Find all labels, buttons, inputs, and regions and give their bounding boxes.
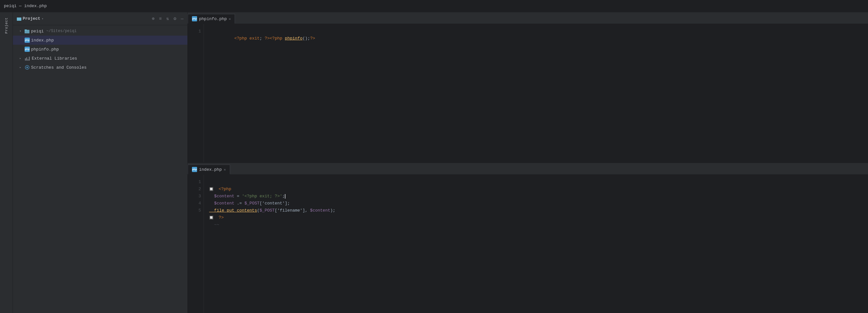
tree-item-scratches[interactable]: ▸ Scratches and Consoles (13, 63, 187, 72)
header-icons: ⊕ ≡ ⇅ ⚙ — (152, 16, 184, 21)
editor-pane-top: php phpinfo.php ✕ 1 <?php exit; ?><?php … (188, 12, 868, 163)
code-exit: exit (250, 36, 259, 41)
line-num-b3: 3 (188, 193, 201, 200)
project-dropdown-arrow[interactable]: ▾ (42, 17, 44, 21)
tab-index-icon: php (192, 167, 197, 172)
project-header: Project ▾ ⊕ ≡ ⇅ ⚙ — (13, 12, 187, 25)
code-content-top[interactable]: <?php exit; ?><?php phpinfo();?> (204, 24, 868, 162)
sort-alt-icon[interactable]: ⇅ (166, 16, 169, 21)
root-path: ~/Sites/peiqi (46, 29, 77, 33)
root-chevron: ▾ (20, 29, 23, 33)
folder-open-icon (25, 29, 30, 34)
project-panel: Project ▾ ⊕ ≡ ⇅ ⚙ — ▾ peiqi ~/Sites/peiq… (13, 12, 188, 313)
folder-icon (17, 17, 21, 21)
tab-phpinfo-icon: php (192, 16, 197, 21)
code-content-bottom[interactable]: 🔲 <?php $content = '<?php exit; ?>'; $co… (204, 175, 868, 313)
code-space2 (282, 36, 285, 41)
title-text: peiqi — index.php (4, 4, 47, 8)
tab-bar-top: php phpinfo.php ✕ (188, 12, 868, 24)
code-editor-top[interactable]: 1 <?php exit; ?><?php phpinfo();?> (188, 24, 868, 162)
phpinfo-label: phpinfo.php (31, 47, 59, 52)
svg-rect-7 (29, 57, 30, 61)
code-editor-bottom[interactable]: 1 2 3 4 5 🔲 <?php $content = '<?php exit… (188, 175, 868, 313)
svg-rect-1 (17, 18, 19, 18)
settings-icon[interactable]: ⚙ (174, 16, 176, 21)
project-title[interactable]: Project ▾ (17, 16, 44, 21)
tab-index[interactable]: php index.php ✕ (188, 165, 230, 174)
editor-area: php phpinfo.php ✕ 1 <?php exit; ?><?php … (188, 12, 868, 313)
scratches-label: Scratches and Consoles (31, 65, 87, 70)
external-libs-label: External Libraries (32, 56, 77, 61)
tree-root[interactable]: ▾ peiqi ~/Sites/peiqi (13, 27, 187, 36)
scratches-icon (25, 65, 30, 70)
root-name: peiqi (31, 29, 44, 34)
tab-bar-bottom: php index.php ✕ (188, 163, 868, 175)
line-num-b4: 4 (188, 200, 201, 207)
code-php-close2: ?> (310, 36, 315, 41)
code-php-close1: ?> (265, 36, 270, 41)
tab-index-close[interactable]: ✕ (224, 168, 226, 172)
tab-phpinfo-close[interactable]: ✕ (229, 17, 231, 21)
svg-rect-3 (25, 29, 27, 30)
index-label: index.php (31, 38, 54, 43)
line-num-b1: 1 (188, 178, 201, 186)
code-php-open2: <?php (270, 36, 282, 41)
tree-item-phpinfo[interactable]: php phpinfo.php (13, 45, 187, 54)
project-title-label: Project (23, 16, 40, 21)
gutter-icon-5: 🔲 (209, 216, 214, 220)
gutter-icon-1: 🔲 (209, 187, 214, 192)
line-num-1: 1 (188, 28, 201, 35)
code-php-open: <?php (234, 36, 247, 41)
tab-phpinfo-label: phpinfo.php (199, 17, 227, 21)
code-space1 (247, 36, 250, 41)
sidebar-strip-project[interactable]: Project (3, 15, 10, 36)
code-semi1: ; (259, 36, 265, 41)
tab-phpinfo[interactable]: php phpinfo.php ✕ (188, 14, 235, 24)
bar-chart-icon (25, 56, 30, 61)
code-phpinfo-fn: phpinfo (285, 36, 303, 41)
sort-icon[interactable]: ≡ (159, 16, 161, 21)
main-layout: Project Project ▾ ⊕ ≡ ⇅ ⚙ — (0, 12, 868, 313)
scope-icon[interactable]: ⊕ (152, 16, 154, 21)
svg-rect-6 (28, 59, 29, 61)
tree-item-external-libs[interactable]: ▸ External Libraries (13, 54, 187, 63)
ext-libs-chevron: ▸ (20, 56, 23, 60)
title-bar: peiqi — index.php (0, 0, 868, 12)
editor-pane-bottom: php index.php ✕ 1 2 3 4 5 🔲 <?php $conte… (188, 163, 868, 313)
line-num-b2: 2 (188, 186, 201, 193)
line-numbers-bottom: 1 2 3 4 5 (188, 175, 204, 313)
svg-rect-4 (25, 58, 26, 61)
tab-index-label: index.php (199, 167, 222, 172)
minimize-icon[interactable]: — (181, 16, 184, 21)
sidebar-strip: Project (0, 12, 13, 313)
scratches-chevron: ▸ (20, 65, 23, 69)
php-icon-index: php (25, 37, 30, 43)
svg-rect-5 (26, 57, 27, 61)
file-tree: ▾ peiqi ~/Sites/peiqi php index.php php … (13, 25, 187, 313)
line-numbers-top: 1 (188, 24, 204, 162)
code-fn-paren: (); (303, 36, 310, 41)
php-icon-phpinfo: php (25, 47, 30, 52)
tree-item-index[interactable]: php index.php (13, 36, 187, 45)
line-num-b5: 5 (188, 207, 201, 214)
code-b-line1: 🔲 <?php $content = '<?php exit; ?>'; $co… (209, 187, 335, 227)
